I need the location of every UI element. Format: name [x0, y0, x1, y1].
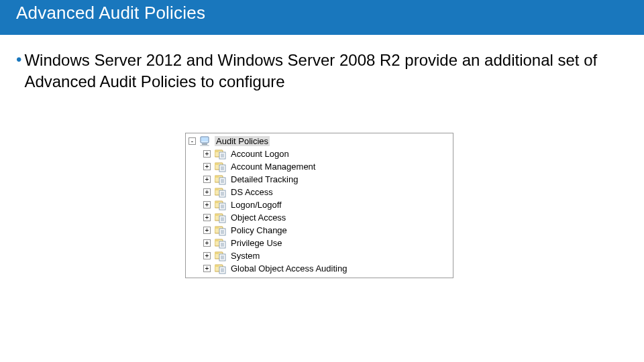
- tree-item-label: Object Access: [229, 213, 287, 223]
- expander-plus-icon[interactable]: +: [203, 239, 211, 247]
- tree-item-label: Account Logon: [229, 149, 290, 159]
- svg-rect-23: [215, 188, 219, 190]
- expander-plus-icon[interactable]: +: [203, 150, 211, 158]
- tree-item-global-object-access-auditing[interactable]: + Global Object Access Auditing: [187, 262, 451, 275]
- svg-rect-1: [201, 137, 208, 141]
- expander-plus-icon[interactable]: +: [203, 163, 211, 170]
- folder-doc-icon: [215, 149, 227, 160]
- tree-item-privilege-use[interactable]: + Privilege Use: [187, 237, 451, 249]
- tree-item-account-management[interactable]: + Account Management: [187, 160, 451, 173]
- tree-item-label: Policy Change: [229, 225, 288, 235]
- tree-item-label: System: [229, 251, 261, 261]
- audit-policies-tree: - Audit Policies +: [185, 133, 453, 278]
- tree-item-detailed-tracking[interactable]: + Detailed Tracking: [187, 173, 451, 186]
- bullet-item: • Windows Server 2012 and Windows Server…: [16, 50, 623, 93]
- expander-plus-icon[interactable]: +: [203, 188, 211, 196]
- svg-rect-53: [215, 252, 219, 254]
- svg-rect-3: [200, 145, 209, 146]
- expander-plus-icon[interactable]: +: [203, 227, 211, 234]
- tree-item-system[interactable]: + System: [187, 249, 451, 262]
- svg-rect-47: [215, 239, 219, 241]
- folder-doc-icon: [215, 251, 227, 261]
- tree-item-logon-logoff[interactable]: + Logon/Logoff: [187, 198, 451, 211]
- expander-plus-icon[interactable]: +: [203, 252, 211, 259]
- tree-item-label: Logon/Logoff: [229, 200, 283, 210]
- svg-rect-2: [202, 143, 207, 145]
- svg-rect-29: [215, 201, 219, 203]
- tree-item-label: DS Access: [229, 187, 274, 197]
- expander-minus-icon[interactable]: -: [189, 137, 196, 145]
- bullet-dot-icon: •: [16, 50, 24, 70]
- folder-doc-icon: [215, 174, 227, 185]
- tree-root-label[interactable]: Audit Policies: [215, 136, 270, 146]
- tree-item-label: Account Management: [229, 162, 317, 172]
- slide-body: • Windows Server 2012 and Windows Server…: [0, 35, 644, 278]
- folder-doc-icon: [215, 238, 227, 249]
- svg-rect-5: [215, 150, 219, 152]
- tree-item-label: Detailed Tracking: [229, 174, 299, 184]
- bullet-text: Windows Server 2012 and Windows Server 2…: [24, 50, 623, 93]
- svg-rect-41: [215, 227, 219, 229]
- tree-item-ds-access[interactable]: + DS Access: [187, 186, 451, 198]
- tree-root-row[interactable]: - Audit Policies: [187, 135, 451, 147]
- tree-item-policy-change[interactable]: + Policy Change: [187, 224, 451, 237]
- tree-item-account-logon[interactable]: + Account Logon: [187, 147, 451, 160]
- svg-rect-35: [215, 214, 219, 216]
- folder-doc-icon: [215, 213, 227, 223]
- expander-plus-icon[interactable]: +: [203, 214, 211, 221]
- folder-doc-icon: [215, 162, 227, 172]
- folder-doc-icon: [215, 187, 227, 198]
- svg-rect-17: [215, 176, 219, 178]
- expander-plus-icon[interactable]: +: [203, 265, 211, 272]
- svg-rect-11: [215, 163, 219, 165]
- expander-plus-icon[interactable]: +: [203, 176, 211, 183]
- computer-icon: [200, 136, 212, 147]
- folder-doc-icon: [215, 263, 227, 274]
- folder-doc-icon: [215, 200, 227, 210]
- expander-plus-icon[interactable]: +: [203, 201, 211, 208]
- title-bar: Advanced Audit Policies: [0, 0, 644, 35]
- tree-item-label: Privilege Use: [229, 238, 284, 248]
- tree-item-label: Global Object Access Auditing: [229, 263, 348, 274]
- svg-rect-59: [215, 265, 219, 267]
- slide-title: Advanced Audit Policies: [16, 3, 205, 23]
- tree-item-object-access[interactable]: + Object Access: [187, 211, 451, 224]
- folder-doc-icon: [215, 225, 227, 236]
